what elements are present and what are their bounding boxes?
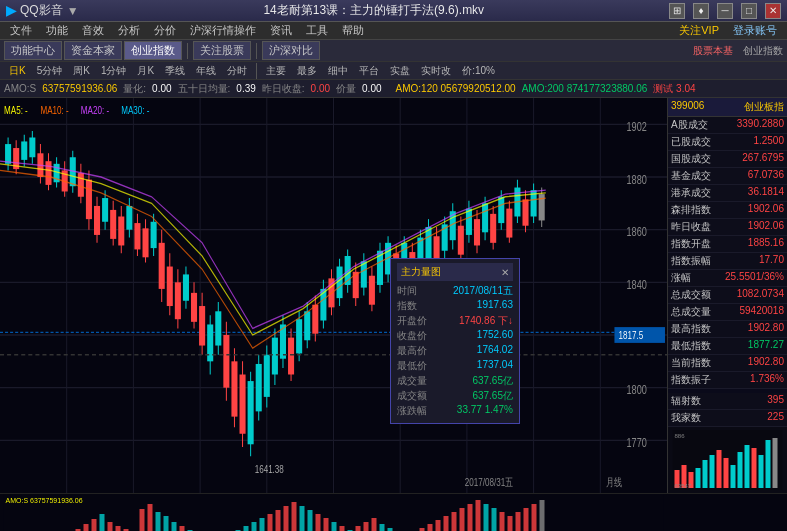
tooltip-vol-label: 成交量 — [397, 374, 427, 388]
svg-text:1641.38: 1641.38 — [255, 464, 284, 475]
bookmark-btn[interactable]: ♦ — [693, 3, 709, 19]
tab-weekly[interactable]: 周K — [68, 62, 95, 80]
svg-rect-255 — [540, 500, 545, 531]
tab-5min[interactable]: 5分钟 — [32, 62, 68, 80]
screen-btn[interactable]: ⊞ — [669, 3, 685, 19]
stock-val-4: 67.0736 — [748, 169, 784, 183]
btn-chuangye[interactable]: 创业指数 — [124, 41, 182, 60]
stock-val-5: 36.1814 — [748, 186, 784, 200]
toolbar: 功能中心 资金本家 创业指数 关注股票 沪深对比 股票本基 创业指数 — [0, 40, 787, 62]
svg-rect-225 — [300, 506, 305, 531]
toolbar-region: 创业指数 — [743, 44, 783, 58]
mini-bar-chart: 886 63547 — [671, 430, 784, 490]
stock-label-9: 指数振幅 — [671, 254, 711, 268]
svg-rect-91 — [264, 355, 270, 397]
tab-platform[interactable]: 平台 — [354, 62, 384, 80]
stock-val-11: 1082.0734 — [737, 288, 784, 302]
sep2 — [256, 43, 257, 59]
svg-rect-245 — [460, 508, 465, 531]
tooltip-close[interactable]: ✕ — [501, 267, 509, 278]
svg-rect-246 — [468, 504, 473, 531]
btn-fund[interactable]: 资金本家 — [64, 41, 122, 60]
svg-text:MA10: -: MA10: - — [40, 105, 68, 116]
minimize-btn[interactable]: ─ — [717, 3, 733, 19]
chart-tooltip: 主力量图 ✕ 时间 2017/08/11五 指数 1917.63 开盘价 174… — [390, 258, 520, 424]
tab-realchange[interactable]: 实时改 — [416, 62, 456, 80]
stock-header: 399006 创业板指 — [668, 98, 787, 117]
svg-rect-209 — [172, 522, 177, 531]
maximize-btn[interactable]: □ — [741, 3, 757, 19]
menu-file[interactable]: 文件 — [4, 22, 38, 40]
btn-function-center[interactable]: 功能中心 — [4, 41, 62, 60]
svg-rect-221 — [268, 514, 273, 531]
svg-rect-201 — [108, 522, 113, 531]
btn-compare[interactable]: 沪深对比 — [262, 41, 320, 60]
btn-watchlist[interactable]: 关注股票 — [193, 41, 251, 60]
menu-market[interactable]: 沪深行情操作 — [184, 22, 262, 40]
tab-1min[interactable]: 1分钟 — [96, 62, 132, 80]
svg-rect-185 — [773, 438, 778, 488]
tab-main[interactable]: 主要 — [261, 62, 291, 80]
tooltip-open-val: 1740.86 下↓ — [459, 314, 513, 328]
tab-realtime[interactable]: 实盘 — [385, 62, 415, 80]
tooltip-open-row: 开盘价 1740.86 下↓ — [397, 314, 513, 328]
stock-row-11: 总成交额 1082.0734 — [668, 287, 787, 304]
tooltip-time-row: 时间 2017/08/11五 — [397, 284, 513, 298]
tooltip-low-label: 最低价 — [397, 359, 427, 373]
chart-wrapper[interactable]: 1902 1880 1860 1840 1820 1800 1770 — [0, 98, 667, 493]
menu-analyze[interactable]: 分析 — [112, 22, 146, 40]
svg-rect-206 — [148, 504, 153, 531]
menu-vip[interactable]: 关注VIP — [673, 22, 725, 40]
svg-rect-234 — [372, 518, 377, 531]
menu-help[interactable]: 帮助 — [336, 22, 370, 40]
tab-most[interactable]: 最多 — [292, 62, 322, 80]
svg-rect-143 — [474, 219, 480, 245]
stock-val-14: 1877.27 — [748, 339, 784, 353]
menu-bar: 文件 功能 音效 分析 分价 沪深行情操作 资讯 工具 帮助 关注VIP 登录账… — [0, 22, 787, 40]
menu-function[interactable]: 功能 — [40, 22, 74, 40]
svg-text:MA20: -: MA20: - — [81, 105, 109, 116]
stock-label-11: 总成交额 — [671, 288, 711, 302]
svg-rect-46 — [86, 180, 92, 220]
svg-rect-176 — [710, 455, 715, 488]
menu-login[interactable]: 登录账号 — [727, 22, 783, 40]
svg-rect-202 — [116, 526, 121, 531]
svg-rect-228 — [324, 518, 329, 531]
tab-year[interactable]: 年线 — [191, 62, 221, 80]
right-panel: 399006 创业板指 A股成交 3390.2880 已股成交 1.2500 国… — [667, 98, 787, 493]
stock-row-3: 国股成交 267.6795 — [668, 151, 787, 168]
info-amo120: AMO:120 05679920512.00 — [396, 83, 516, 94]
menu-info[interactable]: 资讯 — [264, 22, 298, 40]
tab-daily[interactable]: 日K — [4, 62, 31, 80]
tooltip-change-label: 涨跌幅 — [397, 404, 427, 418]
tab-monthly[interactable]: 月K — [132, 62, 159, 80]
info-qty-val: 0.00 — [152, 83, 171, 94]
tab-price10[interactable]: 价:10% — [457, 62, 500, 80]
stock-val-9: 17.70 — [759, 254, 784, 268]
svg-rect-50 — [102, 198, 108, 222]
tab-medium[interactable]: 细中 — [323, 62, 353, 80]
svg-rect-247 — [476, 500, 481, 531]
svg-rect-207 — [156, 512, 161, 531]
tab-timeshare[interactable]: 分时 — [222, 62, 252, 80]
menu-price[interactable]: 分价 — [148, 22, 182, 40]
tab-quarter[interactable]: 季线 — [160, 62, 190, 80]
info-ma50-label: 五十日均量: — [178, 82, 231, 96]
svg-text:MA5: -: MA5: - — [4, 105, 28, 116]
menu-tools[interactable]: 工具 — [300, 22, 334, 40]
stock-val-13: 1902.80 — [748, 322, 784, 336]
svg-rect-198 — [84, 524, 89, 531]
stock-label-3: 国股成交 — [671, 152, 711, 166]
svg-rect-54 — [118, 217, 124, 246]
app-menu-arrow[interactable]: ▼ — [67, 4, 79, 18]
menu-audio[interactable]: 音效 — [76, 22, 110, 40]
tooltip-index-val: 1917.63 — [477, 299, 513, 313]
tooltip-vol-val: 637.65亿 — [472, 374, 513, 388]
close-btn[interactable]: ✕ — [765, 3, 781, 19]
sep1 — [187, 43, 188, 59]
svg-rect-177 — [717, 450, 722, 488]
svg-rect-145 — [482, 203, 488, 232]
toolbar-notice: 股票本基 — [693, 44, 733, 58]
svg-text:63547: 63547 — [675, 483, 692, 489]
tooltip-close-row: 收盘价 1752.60 — [397, 329, 513, 343]
